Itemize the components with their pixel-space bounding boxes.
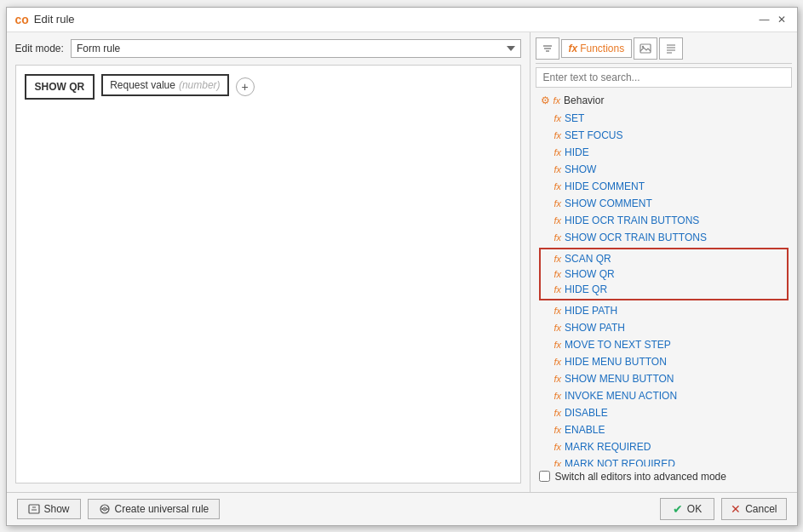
behavior-group-header: ⚙ fx Behavior [536,91,792,110]
function-item[interactable]: fx HIDE OCR TRAIN BUTTONS [536,212,792,229]
title-bar: co Edit rule — ✕ [7,8,797,32]
add-condition-button[interactable]: + [236,77,255,96]
dialog-icon: co [15,13,29,26]
image-icon [640,43,651,54]
function-item[interactable]: fx SHOW PATH [536,319,792,336]
list-tab-button[interactable] [659,37,683,60]
dialog-body: Edit mode: Form rule SHOW QR Request val… [7,32,797,492]
show-button[interactable]: Show [17,499,81,519]
filter-tab-button[interactable] [536,37,559,60]
minimize-button[interactable]: — [758,13,771,26]
edit-mode-label: Edit mode: [15,43,64,54]
title-bar-left: co Edit rule [15,13,75,26]
svg-rect-3 [640,44,651,53]
function-item[interactable]: fx HIDE PATH [536,302,792,319]
group-label: Behavior [564,94,604,106]
left-panel: Edit mode: Form rule SHOW QR Request val… [7,32,531,492]
function-item[interactable]: fx SHOW QR [542,266,785,282]
footer-right: ✔ OK ✕ Cancel [660,498,787,520]
dialog-title: Edit rule [34,13,75,26]
right-panel: fx Functions [531,32,797,492]
edit-mode-select[interactable]: Form rule [71,39,521,58]
function-item[interactable]: fx DISABLE [536,404,792,421]
function-item[interactable]: fx MOVE TO NEXT STEP [536,336,792,353]
function-item[interactable]: fx MARK NOT REQUIRED [536,455,792,466]
edit-mode-bar: Edit mode: Form rule [7,32,530,65]
rule-canvas: SHOW QR Request value (number) + [15,65,521,483]
edit-rule-dialog: co Edit rule — ✕ Edit mode: Form rule SH… [6,7,798,526]
rule-param[interactable]: Request value (number) [101,74,228,96]
functions-tab-button[interactable]: fx Functions [561,39,633,58]
functions-list-wrapper: ⚙ fx Behavior fx SET fx SET FOCUS fx HID… [536,91,792,466]
advanced-mode-checkbox[interactable] [539,471,550,482]
function-item[interactable]: fx SCAN QR [542,251,785,266]
right-tabs: fx Functions [536,37,792,64]
fx-icon: fx [569,43,578,54]
function-item[interactable]: fx INVOKE MENU ACTION [536,387,792,404]
advanced-mode-row: Switch all editors into advanced mode [536,466,792,487]
group-icon: ⚙ [541,94,550,106]
function-item[interactable]: fx ENABLE [536,421,792,438]
svg-rect-9 [29,505,39,513]
function-item[interactable]: fx HIDE QR [542,282,785,297]
search-input[interactable] [536,67,792,88]
function-items-container: fx SET fx SET FOCUS fx HIDE fx SHOW fx H… [536,110,792,466]
title-bar-controls: — ✕ [758,13,789,26]
functions-list: ⚙ fx Behavior fx SET fx SET FOCUS fx HID… [536,91,792,466]
show-icon [28,503,40,515]
cancel-icon: ✕ [731,502,741,516]
create-universal-rule-button[interactable]: Create universal rule [88,499,221,519]
advanced-mode-label: Switch all editors into advanced mode [555,471,726,483]
dialog-footer: Show Create universal rule ✔ OK ✕ Cancel [7,492,797,525]
function-item[interactable]: fx HIDE MENU BUTTON [536,353,792,370]
function-item[interactable]: fx SHOW OCR TRAIN BUTTONS [536,229,792,246]
cancel-button[interactable]: ✕ Cancel [721,498,786,520]
param-type: (number) [179,79,221,91]
universal-rule-icon [99,503,111,515]
rule-block-show-qr[interactable]: SHOW QR [25,74,95,100]
function-item[interactable]: fx SET [536,110,792,127]
group-fx-icon: fx [553,95,561,106]
close-button[interactable]: ✕ [775,13,789,26]
list-icon [665,43,677,54]
function-item[interactable]: fx SHOW [536,161,792,178]
function-item[interactable]: fx SHOW MENU BUTTON [536,370,792,387]
ok-icon: ✔ [673,502,683,516]
function-item[interactable]: fx SET FOCUS [536,127,792,144]
footer-left: Show Create universal rule [17,499,221,519]
filter-icon [542,43,553,54]
function-item[interactable]: fx MARK REQUIRED [536,438,792,455]
function-item[interactable]: fx HIDE [536,144,792,161]
ok-button[interactable]: ✔ OK [660,498,714,520]
function-item[interactable]: fx HIDE COMMENT [536,178,792,195]
image-tab-button[interactable] [634,37,657,60]
function-item[interactable]: fx SHOW COMMENT [536,195,792,212]
